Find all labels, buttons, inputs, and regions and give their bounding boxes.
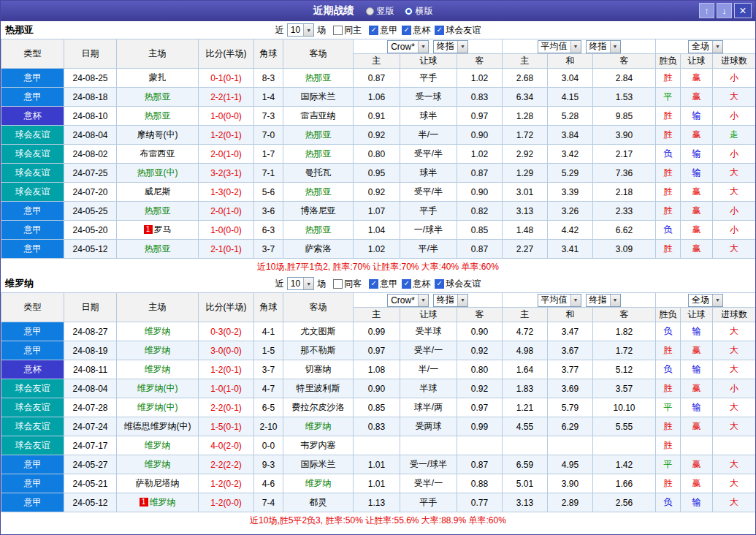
same-venue-checkbox[interactable] [333,279,343,289]
euro-home-odds-cell: 4.55 [503,417,548,436]
team-name: 尤文图斯 [301,326,336,336]
col-header-eu-away: 客 [593,308,656,322]
scroll-down-button[interactable]: ↓ [717,3,732,18]
league-filter-serie-a[interactable]: 意甲 [369,24,397,37]
horizontal-radio-label: 横版 [416,5,433,18]
recent-count-select[interactable]: 10 ▼ [287,277,314,290]
score-cell: 1-0(0-0) [199,221,254,240]
match-row: 意甲24-08-19维罗纳3-0(0-0)1-5那不勒斯0.97受半/一0.92… [1,341,756,360]
team-name: 国际米兰 [301,91,336,102]
vertical-radio[interactable] [366,7,374,15]
date-cell: 24-05-12 [64,240,117,259]
goals-result-cell: 小 [713,379,756,398]
home-team-cell: 1维罗纳 [117,493,199,512]
coppa-checkbox[interactable] [402,26,411,35]
col-header-ah-away: 客 [457,308,503,322]
handicap-result-cell: 赢 [681,240,713,259]
euro-draw-odds-cell: 3.67 [548,341,593,360]
handicap-line-cell: 受半/一 [400,341,457,360]
section-header: 热那亚 近 10 ▼ 场 同主 意甲 意杯 [1,21,755,39]
final-odds-select[interactable]: 终指▼ [433,40,468,53]
same-venue-checkbox[interactable] [333,26,343,35]
select-value: 全场 [692,40,709,53]
handicap-result-cell: 赢 [681,88,713,107]
match-row: 意甲24-08-25蒙扎0-1(0-1)8-3热那亚0.87平手1.022.68… [1,69,756,88]
euro-draw-odds-cell: 3.04 [548,69,593,88]
average-odds-select[interactable]: 平均值▼ [538,40,581,53]
result-cell: 负 [656,322,681,341]
handicap-line-cell: 半/一 [400,360,457,379]
same-venue-filter[interactable]: 同客 [333,278,362,290]
filter-controls: 近 10 ▼ 场 同客 意甲 意杯 [275,277,481,290]
dropdown-arrow-icon: ▼ [303,278,313,289]
select-value: 10 [291,25,300,35]
dropdown-arrow-icon: ▼ [303,24,313,36]
serie-a-checkbox[interactable] [369,279,378,289]
competition-cell: 球会友谊 [1,436,64,455]
away-team-cell: 都灵 [283,493,354,512]
handicap-home-odds-cell: 0.99 [354,322,400,341]
col-header-ah-line: 让球 [400,54,457,69]
layout-horizontal-option[interactable]: 横版 [405,5,433,18]
col-header-ah-away: 客 [457,54,503,69]
team-section-away: 维罗纳 近 10 ▼ 场 同客 意甲 意杯 [1,275,755,528]
handicap-home-odds-cell: 0.92 [354,126,400,145]
recent-count-select[interactable]: 10 ▼ [287,23,314,37]
team-name: 维罗纳 [145,345,171,355]
team-name: 特里波利斯 [297,383,340,393]
bookmaker-select[interactable]: Crow*▼ [387,294,429,307]
handicap-away-odds-cell: 0.99 [457,417,503,436]
scope-select-cell: 全场▼ [656,293,756,308]
league-filter-friendly[interactable]: 球会友谊 [435,278,481,290]
dropdown-arrow-icon: ▼ [418,41,428,53]
col-header-home: 主场 [117,293,199,322]
match-row: 意甲24-08-27维罗纳0-3(0-2)4-1尤文图斯0.99受半球0.904… [1,322,756,341]
league-filter-coppa[interactable]: 意杯 [402,24,430,37]
coppa-checkbox[interactable] [402,279,411,289]
horizontal-radio[interactable] [405,7,413,15]
handicap-away-odds-cell: 0.77 [457,493,503,512]
league-filter-coppa[interactable]: 意杯 [402,278,430,290]
away-team-cell: 曼托瓦 [283,164,354,183]
league-filter-serie-a[interactable]: 意甲 [369,278,397,290]
date-cell: 24-08-18 [64,88,117,107]
result-cell: 胜 [656,164,681,183]
handicap-away-odds-cell: 0.87 [457,455,503,474]
euro-away-odds-cell: 2.33 [593,202,656,221]
fulltime-scope-select[interactable]: 全场▼ [688,40,723,53]
friendly-checkbox[interactable] [435,26,444,35]
euro-draw-odds-cell: 4.95 [548,455,593,474]
away-team-cell: 韦罗内塞 [283,436,354,455]
close-button[interactable]: × [734,3,752,18]
col-header-score: 比分(半场) [199,293,254,322]
match-row: 球会友谊24-07-17维罗纳4-0(2-0)0-0韦罗内塞胜 [1,436,756,455]
serie-a-checkbox[interactable] [369,26,378,35]
handicap-away-odds-cell: 0.92 [457,341,503,360]
result-cell: 负 [656,221,681,240]
same-venue-filter[interactable]: 同主 [333,24,362,37]
league-filter-friendly[interactable]: 球会友谊 [435,24,481,37]
euro-draw-odds-cell: 3.41 [548,240,593,259]
score-cell: 1-0(0-0) [199,107,254,126]
col-header-date: 日期 [64,39,117,69]
fulltime-scope-select[interactable]: 全场▼ [688,294,723,307]
result-cell: 胜 [656,183,681,202]
recent-label: 近 [275,278,284,290]
dropdown-arrow-icon: ▼ [712,41,722,53]
euro-away-odds-cell: 1.72 [593,341,656,360]
layout-vertical-option[interactable]: 竖版 [366,5,394,18]
handicap-home-odds-cell: 0.85 [354,398,400,417]
date-cell: 24-08-11 [64,360,117,379]
bookmaker-select[interactable]: Crow*▼ [387,40,429,53]
euro-home-odds-cell: 2.92 [503,145,548,164]
friendly-checkbox[interactable] [435,279,444,289]
team-name: 维罗纳 [145,459,171,469]
average-odds-select[interactable]: 平均值▼ [538,294,581,307]
final-odds-select[interactable]: 终指▼ [586,40,621,53]
final-odds-select[interactable]: 终指▼ [433,294,468,307]
final-odds-select[interactable]: 终指▼ [586,294,621,307]
scroll-up-button[interactable]: ↑ [699,3,714,18]
euro-draw-odds-cell: 3.90 [548,474,593,493]
handicap-line-cell: 平手 [400,202,457,221]
euro-away-odds-cell: 3.09 [593,240,656,259]
